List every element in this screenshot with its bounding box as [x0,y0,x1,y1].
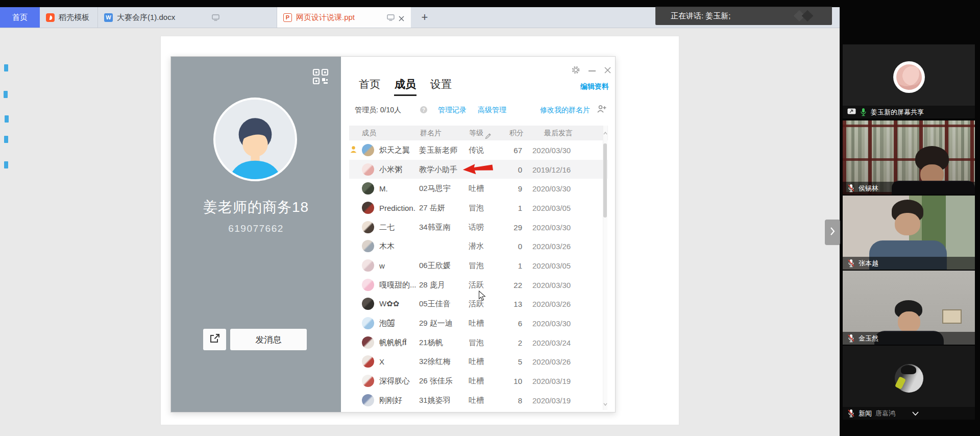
participant-name-secondary: 唐嘉鸿 [875,409,895,418]
clipped-text-fragment [4,136,8,143]
member-avatar [362,298,374,310]
member-last-post-date: 2020/03/26 [532,242,571,251]
participant-label-bar: 新闻 唐嘉鸿 [843,407,975,420]
member-avatar [362,221,374,233]
member-avatar [362,163,374,176]
gear-icon[interactable] [572,66,580,76]
table-row[interactable]: 帆帆帆ff᭄ 21杨帆 冒泡 2 2020/03/24 [349,333,608,352]
member-last-post-date: 2020/03/24 [532,338,571,347]
member-nickname: 嘎嘎甜的... [379,280,416,289]
member-last-post-date: 2020/03/30 [532,280,571,289]
scrollbar-down-arrow[interactable] [603,399,607,408]
member-score: 0 [494,242,522,251]
share-out-icon [209,333,220,346]
presenting-monitor-icon [212,14,219,22]
wps-presentation-icon: P [283,13,292,22]
participant-name: 张本越 [859,259,878,268]
member-avatar [362,355,374,368]
advanced-manage-link[interactable]: 高级管理 [478,106,506,115]
member-last-post-date: 2019/12/16 [532,165,571,174]
table-row[interactable]: 深得朕心 26 张佳乐 吐槽 10 2020/03/19 [349,371,608,391]
window-top-strip [0,0,980,7]
member-nickname: 帆帆帆ff᭄ [379,337,406,347]
member-last-post-date: 2020/03/26 [532,357,571,366]
header-card-name: 群名片 [420,126,442,140]
table-row[interactable]: 刚刚好 31姚姿羽 吐槽 8 2020/03/19 [349,391,608,410]
presenting-monitor-icon [387,14,395,22]
member-level: 潜水 [469,241,484,251]
browser-tab-ppt-active[interactable]: P 网页设计说课.ppt [277,7,411,28]
member-card-name: 06王欣媛 [419,260,451,270]
table-row[interactable]: 炽天之翼 姜玉新老师 传说 67 2020/03/30 [349,140,608,160]
group-number: 619077662 [171,223,341,234]
clipped-text-fragment [5,115,9,123]
member-score: 8 [494,396,522,404]
speaking-toast: 正在讲话: 姜玉新; [655,7,832,25]
member-score: 9 [494,184,522,193]
member-table-header: 成员 群名片 等级 积分 最后发言 [349,126,608,140]
close-icon[interactable] [604,66,611,76]
add-member-icon[interactable] [597,105,606,115]
participant-video-tile[interactable]: 新闻 唐嘉鸿 [843,346,975,420]
member-nickname: 炽天之翼 [379,145,410,155]
table-row[interactable]: M. 02马思宇 吐槽 9 2020/03/30 [349,179,608,198]
qr-code-icon[interactable] [312,68,329,87]
tab-group-members[interactable]: 成员 [395,77,416,91]
participant-video-tile[interactable]: 张本越 [843,196,975,270]
scrollbar-thumb[interactable] [603,143,607,217]
member-nickname: Prediction. [379,203,415,212]
member-last-post-date: 2020/03/30 [532,223,571,231]
member-score: 1 [494,203,522,212]
admin-log-link[interactable]: 管理记录 [438,106,467,115]
member-avatar [362,259,374,272]
member-level: 吐槽 [469,395,484,405]
tab-close-icon[interactable] [399,14,404,23]
participant-name: 金玉然 [859,334,878,343]
member-nickname: w [379,261,385,270]
table-row[interactable]: 木木 潜水 0 2020/03/26 [349,236,608,256]
edit-my-card-link[interactable]: 修改我的群名片 [540,106,590,115]
member-nickname: 二七 [379,222,395,232]
participant-label-bar: 姜玉新的屏幕共享 [843,106,975,118]
window-controls [572,66,611,76]
member-nickname: W✿✿ [379,299,399,308]
scrollbar-up-arrow[interactable] [603,128,607,137]
member-card-name: 21杨帆 [419,337,443,347]
tab-label: 大赛会序(1).docx [117,13,175,22]
browser-tab-docer-templates[interactable]: 稻壳模板 [40,7,98,28]
table-row[interactable]: 二七 34韩亚南 话唠 29 2020/03/30 [349,217,608,237]
minimize-icon[interactable] [589,70,596,71]
tab-group-settings[interactable]: 设置 [430,77,452,91]
member-avatar [362,144,374,156]
browser-tab-home[interactable]: 首页 [0,7,40,28]
clipped-text-fragment [4,161,8,168]
member-card-name: 29 赵一迪 [419,319,453,328]
member-avatar [362,375,374,387]
member-nickname: 深得朕心 [379,376,410,386]
participant-video-tile[interactable]: 侯锡林 [843,120,975,195]
participant-video-tile[interactable]: 姜玉新的屏幕共享 [843,44,975,118]
browser-tab-docx[interactable]: W 大赛会序(1).docx [98,7,277,28]
member-nickname: X [379,357,384,366]
qq-group-window: 姜老师的商务18 619077662 发消息 [170,56,616,413]
sidebar-collapse-button[interactable] [825,220,840,245]
member-avatar [362,202,374,214]
send-message-button[interactable]: 发消息 [230,329,307,350]
speaking-toast-text: 正在讲话: 姜玉新; [671,11,731,21]
chevron-down-icon[interactable] [912,411,919,416]
table-row[interactable]: 泡芙ꦿ᭄ 29 赵一迪 吐槽 6 2020/03/30 [349,313,608,333]
participant-name: 新闻 [859,409,872,418]
table-row[interactable]: Prediction. 27 岳妍 冒泡 1 2020/03/05 [349,198,608,217]
help-question-icon[interactable]: ? [420,106,427,113]
share-group-button[interactable] [203,329,226,350]
member-level: 冒泡 [469,203,484,212]
tab-group-home[interactable]: 首页 [359,77,380,91]
new-tab-button[interactable]: + [417,7,432,28]
participant-video-tile[interactable]: 金玉然 [843,271,975,345]
edit-profile-link[interactable]: 编辑资料 [580,82,609,91]
member-avatar [362,279,374,291]
member-level: 冒泡 [469,337,484,347]
wps-writer-icon: W [104,13,113,22]
table-row[interactable]: w 06王欣媛 冒泡 1 2020/03/05 [349,256,608,275]
table-row[interactable]: X 32徐红梅 吐槽 5 2020/03/26 [349,352,608,372]
